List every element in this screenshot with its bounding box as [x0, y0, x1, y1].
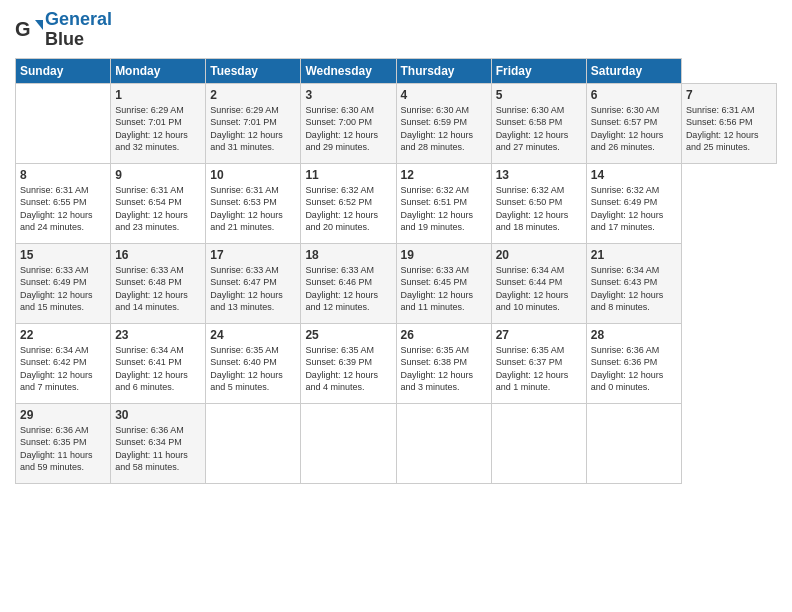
calendar-cell: 14 Sunrise: 6:32 AM Sunset: 6:49 PM Dayl…	[586, 163, 681, 243]
svg-text:G: G	[15, 18, 31, 40]
day-number: 5	[496, 88, 582, 102]
cell-content: Sunrise: 6:30 AM Sunset: 6:57 PM Dayligh…	[591, 104, 677, 154]
calendar-cell: 8 Sunrise: 6:31 AM Sunset: 6:55 PM Dayli…	[16, 163, 111, 243]
calendar-cell: 28 Sunrise: 6:36 AM Sunset: 6:36 PM Dayl…	[586, 323, 681, 403]
cell-content: Sunrise: 6:30 AM Sunset: 7:00 PM Dayligh…	[305, 104, 391, 154]
logo-icon: G	[15, 16, 43, 44]
cell-content: Sunrise: 6:33 AM Sunset: 6:48 PM Dayligh…	[115, 264, 201, 314]
calendar-cell: 5 Sunrise: 6:30 AM Sunset: 6:58 PM Dayli…	[491, 83, 586, 163]
calendar-cell: 12 Sunrise: 6:32 AM Sunset: 6:51 PM Dayl…	[396, 163, 491, 243]
calendar-cell: 29 Sunrise: 6:36 AM Sunset: 6:35 PM Dayl…	[16, 403, 111, 483]
cell-content: Sunrise: 6:30 AM Sunset: 6:58 PM Dayligh…	[496, 104, 582, 154]
day-header-sunday: Sunday	[16, 58, 111, 83]
calendar-cell: 25 Sunrise: 6:35 AM Sunset: 6:39 PM Dayl…	[301, 323, 396, 403]
day-number: 24	[210, 328, 296, 342]
day-number: 4	[401, 88, 487, 102]
day-number: 25	[305, 328, 391, 342]
day-number: 8	[20, 168, 106, 182]
calendar-cell: 4 Sunrise: 6:30 AM Sunset: 6:59 PM Dayli…	[396, 83, 491, 163]
day-number: 11	[305, 168, 391, 182]
cell-content: Sunrise: 6:32 AM Sunset: 6:51 PM Dayligh…	[401, 184, 487, 234]
day-number: 9	[115, 168, 201, 182]
cell-content: Sunrise: 6:36 AM Sunset: 6:35 PM Dayligh…	[20, 424, 106, 474]
cell-content: Sunrise: 6:34 AM Sunset: 6:44 PM Dayligh…	[496, 264, 582, 314]
calendar-cell: 26 Sunrise: 6:35 AM Sunset: 6:38 PM Dayl…	[396, 323, 491, 403]
calendar-cell: 6 Sunrise: 6:30 AM Sunset: 6:57 PM Dayli…	[586, 83, 681, 163]
calendar-cell: 1 Sunrise: 6:29 AM Sunset: 7:01 PM Dayli…	[111, 83, 206, 163]
day-number: 14	[591, 168, 677, 182]
day-number: 30	[115, 408, 201, 422]
day-header-friday: Friday	[491, 58, 586, 83]
calendar-cell	[396, 403, 491, 483]
cell-content: Sunrise: 6:35 AM Sunset: 6:39 PM Dayligh…	[305, 344, 391, 394]
day-number: 1	[115, 88, 201, 102]
logo-text: GeneralBlue	[45, 10, 112, 50]
day-header-saturday: Saturday	[586, 58, 681, 83]
day-number: 28	[591, 328, 677, 342]
day-number: 17	[210, 248, 296, 262]
calendar-cell: 22 Sunrise: 6:34 AM Sunset: 6:42 PM Dayl…	[16, 323, 111, 403]
calendar-cell: 30 Sunrise: 6:36 AM Sunset: 6:34 PM Dayl…	[111, 403, 206, 483]
calendar-cell: 11 Sunrise: 6:32 AM Sunset: 6:52 PM Dayl…	[301, 163, 396, 243]
calendar-cell: 20 Sunrise: 6:34 AM Sunset: 6:44 PM Dayl…	[491, 243, 586, 323]
day-number: 20	[496, 248, 582, 262]
day-header-tuesday: Tuesday	[206, 58, 301, 83]
calendar-cell: 24 Sunrise: 6:35 AM Sunset: 6:40 PM Dayl…	[206, 323, 301, 403]
cell-content: Sunrise: 6:32 AM Sunset: 6:50 PM Dayligh…	[496, 184, 582, 234]
cell-content: Sunrise: 6:31 AM Sunset: 6:53 PM Dayligh…	[210, 184, 296, 234]
day-number: 3	[305, 88, 391, 102]
calendar-table: SundayMondayTuesdayWednesdayThursdayFrid…	[15, 58, 777, 484]
calendar-cell: 7 Sunrise: 6:31 AM Sunset: 6:56 PM Dayli…	[681, 83, 776, 163]
cell-content: Sunrise: 6:35 AM Sunset: 6:40 PM Dayligh…	[210, 344, 296, 394]
cell-content: Sunrise: 6:32 AM Sunset: 6:52 PM Dayligh…	[305, 184, 391, 234]
day-header-wednesday: Wednesday	[301, 58, 396, 83]
day-number: 12	[401, 168, 487, 182]
cell-content: Sunrise: 6:31 AM Sunset: 6:54 PM Dayligh…	[115, 184, 201, 234]
cell-content: Sunrise: 6:33 AM Sunset: 6:49 PM Dayligh…	[20, 264, 106, 314]
calendar-cell: 15 Sunrise: 6:33 AM Sunset: 6:49 PM Dayl…	[16, 243, 111, 323]
day-number: 29	[20, 408, 106, 422]
calendar-week-4: 22 Sunrise: 6:34 AM Sunset: 6:42 PM Dayl…	[16, 323, 777, 403]
day-number: 19	[401, 248, 487, 262]
day-number: 23	[115, 328, 201, 342]
cell-content: Sunrise: 6:33 AM Sunset: 6:45 PM Dayligh…	[401, 264, 487, 314]
svg-marker-1	[35, 20, 43, 30]
cell-content: Sunrise: 6:34 AM Sunset: 6:43 PM Dayligh…	[591, 264, 677, 314]
day-number: 6	[591, 88, 677, 102]
empty-cell	[16, 83, 111, 163]
cell-content: Sunrise: 6:29 AM Sunset: 7:01 PM Dayligh…	[115, 104, 201, 154]
day-number: 18	[305, 248, 391, 262]
calendar-cell: 21 Sunrise: 6:34 AM Sunset: 6:43 PM Dayl…	[586, 243, 681, 323]
calendar-header: SundayMondayTuesdayWednesdayThursdayFrid…	[16, 58, 777, 83]
calendar-cell	[491, 403, 586, 483]
cell-content: Sunrise: 6:33 AM Sunset: 6:47 PM Dayligh…	[210, 264, 296, 314]
cell-content: Sunrise: 6:34 AM Sunset: 6:41 PM Dayligh…	[115, 344, 201, 394]
day-number: 13	[496, 168, 582, 182]
cell-content: Sunrise: 6:30 AM Sunset: 6:59 PM Dayligh…	[401, 104, 487, 154]
day-number: 27	[496, 328, 582, 342]
cell-content: Sunrise: 6:35 AM Sunset: 6:37 PM Dayligh…	[496, 344, 582, 394]
calendar-cell: 17 Sunrise: 6:33 AM Sunset: 6:47 PM Dayl…	[206, 243, 301, 323]
day-number: 10	[210, 168, 296, 182]
calendar-cell	[206, 403, 301, 483]
day-number: 22	[20, 328, 106, 342]
day-number: 7	[686, 88, 772, 102]
calendar-week-2: 8 Sunrise: 6:31 AM Sunset: 6:55 PM Dayli…	[16, 163, 777, 243]
calendar-week-3: 15 Sunrise: 6:33 AM Sunset: 6:49 PM Dayl…	[16, 243, 777, 323]
calendar-cell: 19 Sunrise: 6:33 AM Sunset: 6:45 PM Dayl…	[396, 243, 491, 323]
cell-content: Sunrise: 6:33 AM Sunset: 6:46 PM Dayligh…	[305, 264, 391, 314]
day-header-thursday: Thursday	[396, 58, 491, 83]
day-number: 15	[20, 248, 106, 262]
header: G GeneralBlue	[15, 10, 777, 50]
logo: G GeneralBlue	[15, 10, 112, 50]
calendar-cell: 3 Sunrise: 6:30 AM Sunset: 7:00 PM Dayli…	[301, 83, 396, 163]
day-header-monday: Monday	[111, 58, 206, 83]
cell-content: Sunrise: 6:31 AM Sunset: 6:55 PM Dayligh…	[20, 184, 106, 234]
cell-content: Sunrise: 6:29 AM Sunset: 7:01 PM Dayligh…	[210, 104, 296, 154]
cell-content: Sunrise: 6:31 AM Sunset: 6:56 PM Dayligh…	[686, 104, 772, 154]
calendar-body: 1 Sunrise: 6:29 AM Sunset: 7:01 PM Dayli…	[16, 83, 777, 483]
calendar-cell: 9 Sunrise: 6:31 AM Sunset: 6:54 PM Dayli…	[111, 163, 206, 243]
day-number: 2	[210, 88, 296, 102]
calendar-cell: 13 Sunrise: 6:32 AM Sunset: 6:50 PM Dayl…	[491, 163, 586, 243]
calendar-week-5: 29 Sunrise: 6:36 AM Sunset: 6:35 PM Dayl…	[16, 403, 777, 483]
